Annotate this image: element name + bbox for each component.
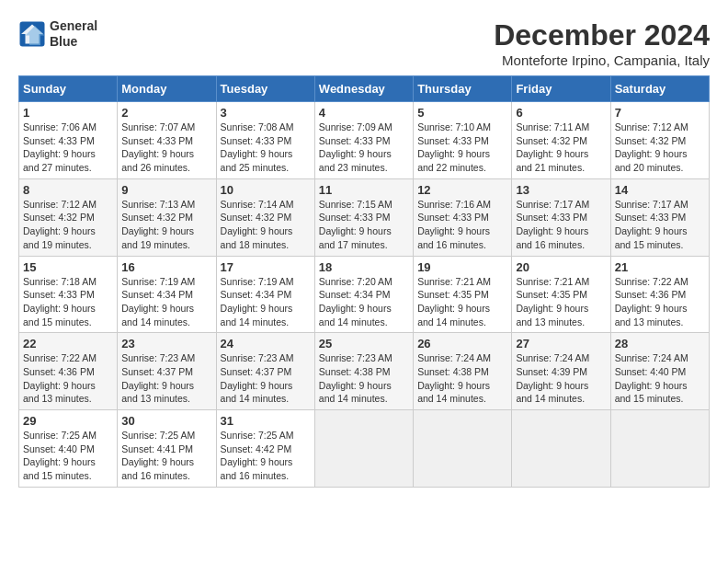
calendar-cell: 20 Sunrise: 7:21 AM Sunset: 4:35 PM Dayl… [512, 256, 610, 333]
sunset-label: Sunset: 4:38 PM [417, 366, 489, 377]
header-sunday: Sunday [19, 76, 118, 102]
sunrise-label: Sunrise: 7:12 AM [23, 199, 97, 210]
cell-content: Sunrise: 7:19 AM Sunset: 4:34 PM Dayligh… [221, 275, 311, 329]
day-number: 9 [121, 183, 211, 197]
calendar-cell: 27 Sunrise: 7:24 AM Sunset: 4:39 PM Dayl… [512, 333, 610, 410]
sunrise-label: Sunrise: 7:24 AM [417, 352, 491, 363]
cell-content: Sunrise: 7:13 AM Sunset: 4:32 PM Dayligh… [121, 198, 211, 252]
cell-content: Sunrise: 7:22 AM Sunset: 4:36 PM Dayligh… [23, 351, 113, 406]
calendar-cell: 21 Sunrise: 7:22 AM Sunset: 4:36 PM Dayl… [610, 256, 709, 333]
header-friday: Friday [512, 76, 610, 102]
cell-content: Sunrise: 7:21 AM Sunset: 4:35 PM Dayligh… [516, 275, 606, 329]
week-row-3: 15 Sunrise: 7:18 AM Sunset: 4:33 PM Dayl… [19, 256, 710, 333]
calendar-cell [512, 410, 610, 488]
sunset-label: Sunset: 4:32 PM [221, 212, 292, 223]
logo: General Blue [18, 18, 97, 50]
sunset-label: Sunset: 4:32 PM [23, 212, 95, 223]
sunrise-label: Sunrise: 7:10 AM [417, 121, 491, 132]
calendar-cell: 8 Sunrise: 7:12 AM Sunset: 4:32 PM Dayli… [19, 178, 118, 256]
header-wednesday: Wednesday [314, 76, 413, 102]
calendar-cell: 19 Sunrise: 7:21 AM Sunset: 4:35 PM Dayl… [414, 256, 512, 333]
cell-content: Sunrise: 7:12 AM Sunset: 4:32 PM Dayligh… [615, 121, 705, 175]
day-number: 27 [516, 337, 606, 350]
cell-content: Sunrise: 7:09 AM Sunset: 4:33 PM Dayligh… [319, 121, 409, 175]
calendar-cell [414, 410, 512, 488]
sunrise-label: Sunrise: 7:16 AM [417, 199, 491, 210]
day-number: 15 [23, 260, 113, 274]
title-section: December 2024 Monteforte Irpino, Campani… [494, 18, 710, 68]
cell-content: Sunrise: 7:23 AM Sunset: 4:38 PM Dayligh… [319, 351, 409, 406]
sunrise-label: Sunrise: 7:17 AM [516, 199, 589, 210]
calendar-cell: 22 Sunrise: 7:22 AM Sunset: 4:36 PM Dayl… [19, 333, 118, 410]
cell-content: Sunrise: 7:20 AM Sunset: 4:34 PM Dayligh… [319, 275, 409, 329]
header-saturday: Saturday [610, 76, 709, 102]
calendar-cell: 12 Sunrise: 7:16 AM Sunset: 4:33 PM Dayl… [414, 178, 512, 256]
header-thursday: Thursday [414, 76, 512, 102]
header-tuesday: Tuesday [216, 76, 314, 102]
daylight-label: Daylight: 9 hours and 13 minutes. [516, 303, 588, 327]
day-number: 13 [516, 183, 606, 197]
sunset-label: Sunset: 4:35 PM [516, 289, 587, 300]
sunset-label: Sunset: 4:33 PM [23, 135, 95, 146]
sunset-label: Sunset: 4:33 PM [516, 212, 587, 223]
day-number: 6 [516, 106, 606, 120]
day-number: 2 [121, 106, 211, 120]
daylight-label: Daylight: 9 hours and 15 minutes. [615, 380, 688, 405]
calendar-cell: 25 Sunrise: 7:23 AM Sunset: 4:38 PM Dayl… [314, 333, 413, 410]
day-number: 19 [417, 260, 507, 274]
week-row-2: 8 Sunrise: 7:12 AM Sunset: 4:32 PM Dayli… [19, 178, 710, 256]
logo-text: General Blue [50, 18, 97, 50]
sunset-label: Sunset: 4:33 PM [319, 212, 391, 223]
calendar-cell: 31 Sunrise: 7:25 AM Sunset: 4:42 PM Dayl… [216, 410, 314, 488]
day-number: 26 [417, 337, 507, 350]
cell-content: Sunrise: 7:18 AM Sunset: 4:33 PM Dayligh… [23, 275, 113, 329]
calendar-cell: 7 Sunrise: 7:12 AM Sunset: 4:32 PM Dayli… [610, 102, 709, 179]
sunrise-label: Sunrise: 7:25 AM [23, 430, 97, 441]
daylight-label: Daylight: 9 hours and 17 minutes. [319, 225, 392, 250]
sunset-label: Sunset: 4:33 PM [319, 135, 391, 146]
day-number: 28 [615, 337, 705, 350]
calendar-cell: 29 Sunrise: 7:25 AM Sunset: 4:40 PM Dayl… [19, 410, 118, 488]
header-row: SundayMondayTuesdayWednesdayThursdayFrid… [19, 76, 710, 102]
day-number: 29 [23, 414, 113, 428]
calendar-cell: 4 Sunrise: 7:09 AM Sunset: 4:33 PM Dayli… [314, 102, 413, 179]
cell-content: Sunrise: 7:19 AM Sunset: 4:34 PM Dayligh… [121, 275, 211, 329]
sunset-label: Sunset: 4:33 PM [221, 135, 292, 146]
calendar-cell [314, 410, 413, 488]
sunrise-label: Sunrise: 7:25 AM [121, 430, 195, 441]
logo-icon [18, 20, 46, 48]
sunrise-label: Sunrise: 7:08 AM [221, 121, 294, 132]
day-number: 22 [23, 337, 113, 350]
sunrise-label: Sunrise: 7:18 AM [23, 276, 97, 287]
day-number: 25 [319, 337, 409, 350]
day-number: 11 [319, 183, 409, 197]
cell-content: Sunrise: 7:24 AM Sunset: 4:38 PM Dayligh… [417, 351, 507, 406]
day-number: 5 [417, 106, 507, 120]
sunset-label: Sunset: 4:33 PM [417, 135, 489, 146]
calendar-cell: 2 Sunrise: 7:07 AM Sunset: 4:33 PM Dayli… [118, 102, 216, 179]
daylight-label: Daylight: 9 hours and 16 minutes. [221, 456, 293, 481]
sunrise-label: Sunrise: 7:11 AM [516, 121, 589, 132]
daylight-label: Daylight: 9 hours and 22 minutes. [417, 148, 490, 173]
daylight-label: Daylight: 9 hours and 15 minutes. [23, 303, 96, 327]
daylight-label: Daylight: 9 hours and 16 minutes. [516, 225, 588, 250]
cell-content: Sunrise: 7:24 AM Sunset: 4:39 PM Dayligh… [516, 351, 606, 406]
sunrise-label: Sunrise: 7:24 AM [516, 352, 589, 363]
page-title: December 2024 [494, 18, 710, 52]
cell-content: Sunrise: 7:07 AM Sunset: 4:33 PM Dayligh… [121, 121, 211, 175]
calendar-cell [610, 410, 709, 488]
calendar-table: SundayMondayTuesdayWednesdayThursdayFrid… [18, 75, 710, 488]
daylight-label: Daylight: 9 hours and 13 minutes. [121, 380, 194, 405]
calendar-cell: 16 Sunrise: 7:19 AM Sunset: 4:34 PM Dayl… [118, 256, 216, 333]
daylight-label: Daylight: 9 hours and 14 minutes. [221, 303, 293, 327]
sunset-label: Sunset: 4:33 PM [121, 135, 193, 146]
calendar-cell: 15 Sunrise: 7:18 AM Sunset: 4:33 PM Dayl… [19, 256, 118, 333]
sunrise-label: Sunrise: 7:19 AM [121, 276, 195, 287]
cell-content: Sunrise: 7:06 AM Sunset: 4:33 PM Dayligh… [23, 121, 113, 175]
day-number: 21 [615, 260, 705, 274]
daylight-label: Daylight: 9 hours and 14 minutes. [319, 303, 392, 327]
calendar-cell: 23 Sunrise: 7:23 AM Sunset: 4:37 PM Dayl… [118, 333, 216, 410]
day-number: 10 [221, 183, 311, 197]
day-number: 3 [221, 106, 311, 120]
day-number: 1 [23, 106, 113, 120]
